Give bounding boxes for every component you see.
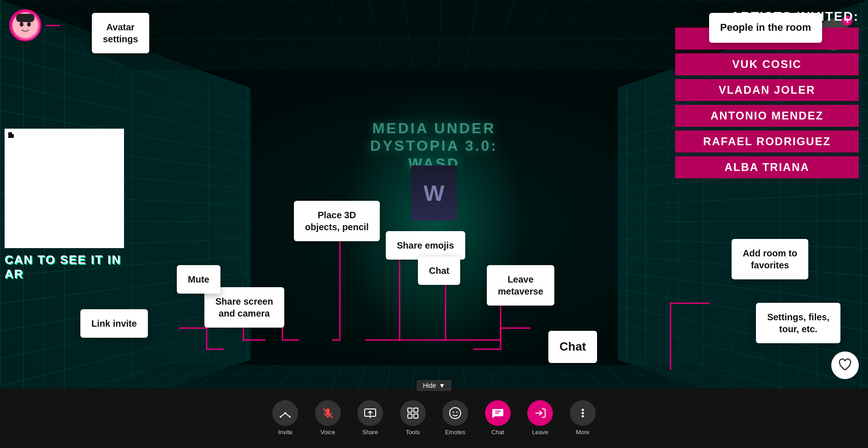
toolbar-items: Invite Voice (250, 396, 618, 440)
emotes-icon (442, 400, 468, 426)
toolbar-item-emotes[interactable]: Emotes (437, 400, 473, 436)
svg-point-1 (20, 22, 23, 27)
toolbar: Hide ▼ Invite (0, 388, 868, 448)
share-emojis-tooltip: Share emojis (386, 231, 465, 260)
svg-point-29 (581, 415, 584, 418)
invite-icon (272, 400, 298, 426)
chat-label: Chat (491, 429, 504, 436)
svg-rect-18 (414, 408, 418, 412)
leave-label: Leave (532, 429, 548, 436)
emotes-label: Emotes (445, 429, 465, 436)
chat-panel-label: Chat (548, 331, 597, 363)
pedestal: W (411, 165, 457, 221)
favorites-heart-button[interactable] (831, 352, 859, 379)
artist-name-2: VUK COSIC (675, 53, 859, 75)
svg-point-28 (581, 412, 584, 414)
leave-metaverse-tooltip: Leave metaverse (487, 265, 554, 306)
svg-rect-17 (408, 408, 412, 412)
avatar[interactable] (9, 9, 41, 41)
toolbar-item-share[interactable]: Share (352, 400, 389, 436)
svg-rect-20 (414, 414, 418, 418)
mute-tooltip: Mute (177, 265, 220, 294)
qr-ar-text: CAN TO SEE IT IN AR (5, 253, 142, 281)
leave-icon (527, 400, 553, 426)
qr-code (5, 129, 124, 248)
share-label: Share (362, 429, 378, 436)
svg-rect-3 (16, 14, 34, 22)
voice-label: Voice (321, 429, 335, 436)
hide-label: Hide (423, 382, 436, 389)
toolbar-item-voice[interactable]: Voice (310, 400, 346, 436)
toolbar-item-tools[interactable]: Tools (395, 400, 431, 436)
toolbar-item-more[interactable]: More (564, 400, 601, 436)
tools-label: Tools (406, 429, 420, 436)
toolbar-item-leave[interactable]: Leave (522, 400, 558, 436)
svg-point-27 (581, 409, 584, 411)
more-label: More (576, 429, 590, 436)
people-in-room-tooltip: People in the room (709, 13, 822, 43)
place-3d-tooltip: Place 3D objects, pencil (294, 201, 380, 241)
hide-button[interactable]: Hide ▼ (417, 380, 452, 391)
svg-point-21 (450, 408, 461, 419)
tools-icon (400, 400, 426, 426)
toolbar-item-chat[interactable]: Chat (479, 400, 516, 436)
svg-rect-19 (408, 414, 412, 418)
settings-files-tooltip: Settings, files, tour, etc. (756, 303, 840, 343)
more-icon (570, 400, 596, 426)
artist-name-4: ANTONIO MENDEZ (675, 105, 859, 127)
hide-chevron-icon: ▼ (439, 382, 445, 389)
chat-icon (485, 400, 511, 426)
share-screen-icon (357, 400, 383, 426)
chat-tooltip: Chat (418, 256, 460, 285)
voice-muted-icon (315, 400, 341, 426)
svg-line-10 (285, 413, 290, 417)
svg-point-2 (27, 22, 31, 27)
link-invite-tooltip: Link invite (80, 309, 148, 338)
avatar-settings-tooltip: Avatar settings (92, 13, 149, 53)
svg-point-23 (457, 412, 458, 413)
add-favorites-tooltip: Add room to favorites (732, 239, 808, 279)
artist-name-5: RAFAEL RODRIGUEZ (675, 130, 859, 153)
room-title: MEDIA UNDER DYSTOPIA 3.0: WASD (370, 119, 498, 172)
toolbar-item-invite[interactable]: Invite (267, 400, 304, 436)
artist-name-3: VLADAN JOLER (675, 79, 859, 101)
avatar-section (9, 9, 60, 41)
qr-section: CAN TO SEE IT IN AR (5, 129, 142, 281)
svg-point-22 (453, 412, 454, 413)
avatar-dash (46, 25, 60, 26)
artist-name-6: ALBA TRIANA (675, 156, 859, 178)
invite-label: Invite (278, 429, 293, 436)
svg-line-9 (281, 413, 285, 417)
